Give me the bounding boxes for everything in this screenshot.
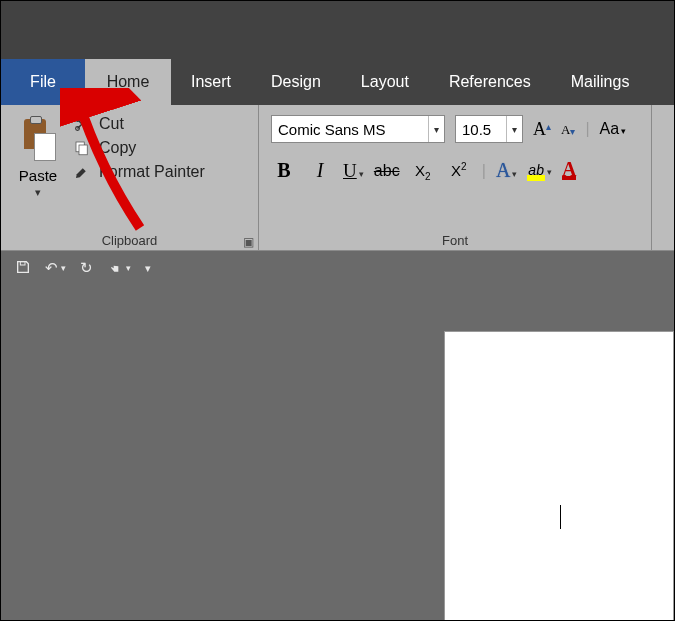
save-button[interactable] [15, 259, 31, 278]
subscript-button[interactable]: X2 [410, 162, 436, 179]
font-size-value: 10.5 [456, 121, 506, 138]
text-cursor [560, 505, 561, 529]
format-painter-label: Format Painter [99, 163, 205, 181]
tab-file[interactable]: File [1, 59, 85, 105]
brush-icon [73, 163, 91, 181]
customize-qat-button[interactable]: ▾ [145, 262, 151, 275]
document-area[interactable] [1, 285, 674, 621]
group-clipboard: Paste ▾ Cut Copy [1, 105, 259, 250]
tab-home[interactable]: Home [85, 59, 171, 105]
highlight-button[interactable]: ab▾ [527, 161, 552, 181]
tab-design[interactable]: Design [251, 59, 341, 105]
paste-label: Paste [19, 167, 57, 184]
redo-icon: ↻ [80, 259, 93, 277]
grow-font-button[interactable]: A▴ [533, 119, 551, 140]
scissors-icon [73, 115, 91, 133]
strikethrough-button[interactable]: abc [374, 162, 400, 180]
cut-button[interactable]: Cut [73, 115, 205, 133]
font-name-value: Comic Sans MS [272, 121, 428, 138]
touch-icon [107, 259, 123, 278]
font-group-label: Font [265, 233, 645, 248]
ribbon-tabs: File Home Insert Design Layout Reference… [1, 59, 674, 105]
window-titlebar [1, 1, 674, 59]
ribbon: Paste ▾ Cut Copy [1, 105, 674, 251]
clipboard-group-label: Clipboard ▣ [7, 233, 252, 248]
paste-icon [18, 115, 58, 163]
document-page[interactable] [444, 331, 674, 621]
svg-rect-3 [79, 145, 87, 155]
copy-label: Copy [99, 139, 136, 157]
chevron-down-icon: ▾ [145, 262, 151, 275]
bold-button[interactable]: B [271, 159, 297, 182]
underline-button[interactable]: U▾ [343, 160, 364, 182]
save-icon [15, 259, 31, 278]
redo-button[interactable]: ↻ [80, 259, 93, 277]
touch-mode-button[interactable]: ▾ [107, 259, 131, 278]
clipboard-launcher-icon[interactable]: ▣ [243, 235, 254, 249]
tab-references[interactable]: References [429, 59, 551, 105]
font-name-combo[interactable]: Comic Sans MS ▾ [271, 115, 445, 143]
shrink-font-button[interactable]: A▴ [561, 120, 575, 138]
tab-mailings[interactable]: Mailings [551, 59, 650, 105]
copy-button[interactable]: Copy [73, 139, 205, 157]
undo-icon: ↶ [45, 259, 58, 277]
change-case-button[interactable]: Aa▾ [600, 120, 627, 138]
undo-button[interactable]: ↶▾ [45, 259, 66, 277]
format-painter-button[interactable]: Format Painter [73, 163, 205, 181]
tab-layout[interactable]: Layout [341, 59, 429, 105]
text-effects-button[interactable]: A▾ [496, 159, 517, 182]
svg-rect-4 [20, 261, 25, 264]
paste-dropdown-icon[interactable]: ▾ [35, 186, 41, 199]
font-size-combo[interactable]: 10.5 ▾ [455, 115, 523, 143]
cut-label: Cut [99, 115, 124, 133]
quick-access-toolbar: ↶▾ ↻ ▾ ▾ [1, 251, 674, 285]
superscript-button[interactable]: X2 [446, 162, 472, 179]
italic-button[interactable]: I [307, 159, 333, 182]
copy-icon [73, 139, 91, 157]
chevron-down-icon[interactable]: ▾ [506, 116, 522, 142]
paste-button[interactable]: Paste ▾ [7, 109, 69, 199]
tab-insert[interactable]: Insert [171, 59, 251, 105]
chevron-down-icon[interactable]: ▾ [428, 116, 444, 142]
font-color-button[interactable]: A [562, 162, 576, 180]
group-font: Comic Sans MS ▾ 10.5 ▾ A▴ A▴ | Aa▾ B I U… [259, 105, 652, 250]
